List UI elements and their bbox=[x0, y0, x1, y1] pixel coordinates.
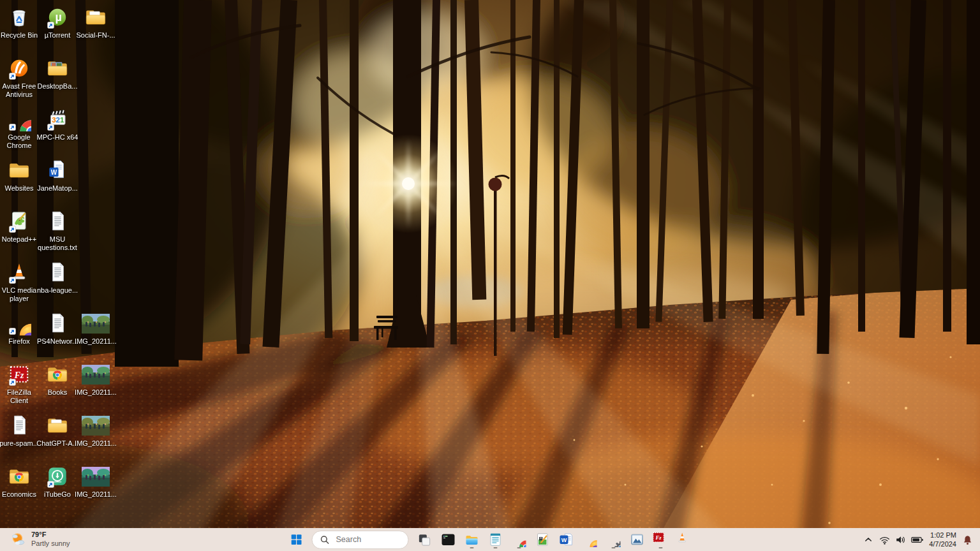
start-button[interactable] bbox=[285, 530, 308, 550]
image-editor-icon bbox=[535, 532, 550, 547]
folder-chrome-icon bbox=[7, 463, 31, 489]
partly-sunny-icon bbox=[10, 531, 27, 548]
wifi-icon bbox=[879, 534, 891, 546]
text-file-icon bbox=[45, 208, 70, 233]
vlc-button[interactable] bbox=[673, 530, 695, 550]
notepad-button[interactable] bbox=[484, 530, 507, 550]
shortcut-arrow-icon bbox=[9, 73, 16, 80]
desktop-icon-websites[interactable]: Websites bbox=[0, 157, 41, 193]
photo-thumbnail-icon bbox=[81, 310, 110, 335]
search-icon bbox=[320, 534, 330, 545]
shortcut-arrow-icon bbox=[47, 481, 54, 488]
weather-widget[interactable]: 79°F Partly sunny bbox=[5, 528, 75, 551]
filezilla-button[interactable] bbox=[650, 530, 672, 550]
shortcut-arrow-icon bbox=[9, 124, 16, 131]
filezilla-icon bbox=[7, 361, 31, 386]
desktop-icon-itubego[interactable]: iTubeGo bbox=[36, 463, 79, 499]
desktop-icon-books[interactable]: Books bbox=[36, 361, 79, 397]
text-file-icon bbox=[45, 310, 70, 335]
volume-icon bbox=[895, 534, 907, 546]
desktop-icon-vlc[interactable]: VLC media player bbox=[0, 259, 41, 303]
text-file-icon bbox=[45, 259, 70, 284]
firefox-button[interactable] bbox=[579, 530, 601, 550]
word-document-icon bbox=[45, 157, 70, 182]
photos-icon bbox=[629, 532, 644, 547]
desktop-icon-firefox[interactable]: Firefox bbox=[0, 310, 41, 346]
desktop-icon-avast[interactable]: Avast Free Antivirus bbox=[0, 55, 41, 99]
tray-clock[interactable]: 1:02 PM 4/7/2024 bbox=[926, 531, 960, 549]
vlc-cone-icon bbox=[7, 259, 31, 284]
word-button[interactable] bbox=[555, 530, 577, 550]
utorrent-icon bbox=[45, 4, 70, 29]
chrome-icon bbox=[512, 533, 526, 547]
desktop-icon-google-chrome[interactable]: Google Chrome bbox=[0, 106, 41, 150]
desktop-icon-economics[interactable]: Economics bbox=[0, 463, 41, 499]
file-explorer-button[interactable] bbox=[461, 530, 483, 550]
search-input[interactable] bbox=[335, 534, 401, 545]
shortcut-arrow-icon bbox=[47, 124, 54, 131]
desktop-icon-recycle-bin[interactable]: Recycle Bin bbox=[0, 4, 41, 40]
shortcut-arrow-icon bbox=[9, 379, 16, 386]
desktop-icon-notepadpp[interactable]: Notepad++ bbox=[0, 208, 41, 244]
task-view-button[interactable] bbox=[413, 530, 436, 550]
command-prompt-button[interactable] bbox=[437, 530, 459, 550]
settings-button[interactable] bbox=[602, 530, 625, 550]
weather-condition: Partly sunny bbox=[31, 540, 70, 548]
notepad-icon bbox=[487, 532, 503, 547]
folder-photo-icon bbox=[45, 55, 70, 80]
hidden-icons-button[interactable] bbox=[860, 530, 877, 549]
battery-button[interactable] bbox=[909, 530, 926, 549]
shortcut-arrow-icon bbox=[9, 226, 16, 233]
filezilla-icon bbox=[653, 532, 668, 547]
notifications-button[interactable] bbox=[960, 530, 979, 549]
photo-thumbnail-icon bbox=[81, 412, 110, 437]
itubego-icon bbox=[45, 463, 70, 489]
desktop-icon-pure-spam[interactable]: pure-spam... bbox=[0, 412, 41, 448]
wifi-button[interactable] bbox=[877, 530, 893, 549]
desktop-icon-janematop[interactable]: JaneMatop... bbox=[36, 157, 79, 193]
folder-chrome-icon bbox=[45, 361, 70, 386]
desktop-icon-img1[interactable]: IMG_20211... bbox=[74, 310, 117, 346]
avast-icon bbox=[7, 55, 31, 80]
battery-icon bbox=[910, 533, 924, 547]
mpc-hc-icon bbox=[45, 106, 70, 131]
photos-button[interactable] bbox=[626, 530, 648, 550]
text-file-icon bbox=[7, 412, 31, 437]
desktop-icon-ps4network[interactable]: PS4Networ... bbox=[36, 310, 79, 346]
notepadpp-icon bbox=[7, 208, 31, 233]
desktop-icon-desktop-backgrounds[interactable]: DesktopBa... bbox=[36, 55, 79, 91]
shortcut-arrow-icon bbox=[9, 328, 16, 335]
desktop-icon-img4[interactable]: IMG_20211... bbox=[74, 463, 117, 499]
volume-button[interactable] bbox=[893, 530, 909, 549]
desktop-icon-nba-league[interactable]: nba-league... bbox=[36, 259, 79, 295]
image-editor-button[interactable] bbox=[531, 530, 554, 550]
folder-doc-icon bbox=[45, 412, 70, 437]
chrome-button[interactable] bbox=[508, 530, 530, 550]
chevron-up-icon bbox=[862, 533, 875, 546]
shortcut-arrow-icon bbox=[47, 22, 54, 29]
firefox-icon bbox=[583, 533, 597, 547]
photo-thumbnail-icon bbox=[81, 463, 110, 489]
desktop-icon-filezilla[interactable]: FileZilla Client bbox=[0, 361, 41, 405]
folder-icon bbox=[7, 157, 31, 182]
desktop-icon-img2[interactable]: IMG_20211... bbox=[74, 361, 117, 397]
file-explorer-icon bbox=[464, 532, 479, 547]
windows-start-icon bbox=[288, 532, 304, 547]
desktop-icon-msu-questions[interactable]: MSU questions.txt bbox=[36, 208, 79, 252]
wallpaper-autumn-forest bbox=[0, 0, 980, 551]
command-prompt-icon bbox=[440, 532, 456, 547]
desktop-icon-utorrent[interactable]: µTorrent bbox=[36, 4, 79, 40]
system-tray: 1:02 PM 4/7/2024 bbox=[860, 528, 979, 551]
recycle-bin-icon bbox=[7, 4, 31, 29]
folder-doc-icon bbox=[84, 4, 108, 29]
search-box[interactable] bbox=[312, 531, 409, 549]
photo-thumbnail-icon bbox=[81, 361, 110, 386]
desktop-icon-social-fn[interactable]: Social-FN-... bbox=[74, 4, 117, 40]
taskbar: 79°F Partly sunny bbox=[0, 528, 980, 551]
firefox-icon bbox=[7, 310, 31, 335]
desktop-icon-chatgpt[interactable]: ChatGPT-A... bbox=[36, 412, 79, 448]
vlc-cone-icon bbox=[676, 532, 692, 547]
desktop-icon-img3[interactable]: IMG_20211... bbox=[74, 412, 117, 448]
desktop-icon-mpc-hc[interactable]: MPC-HC x64 bbox=[36, 106, 79, 142]
word-icon bbox=[558, 532, 574, 547]
